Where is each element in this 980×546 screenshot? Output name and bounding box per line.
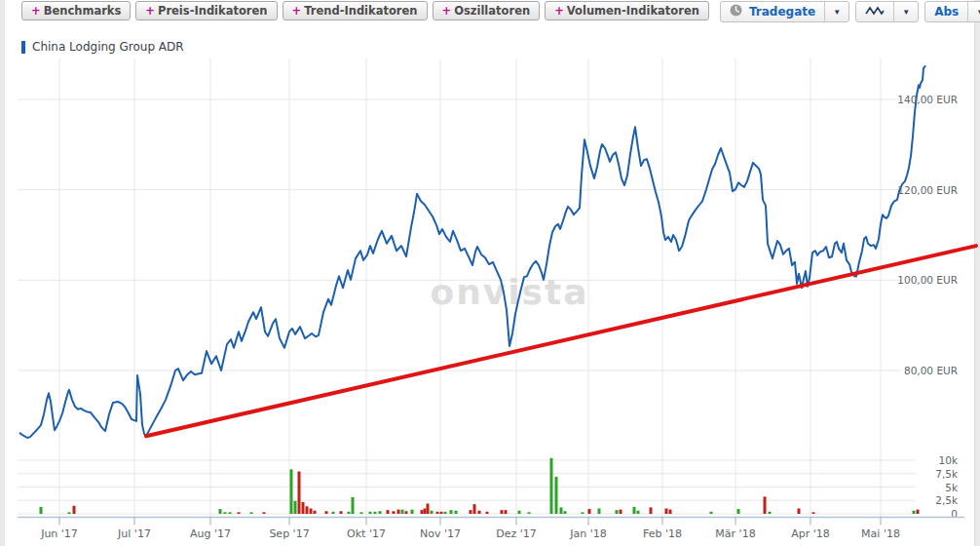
exchange-select: Tradegate ▼ <box>720 1 849 22</box>
exchange-dropdown-arrow[interactable]: ▼ <box>824 2 848 21</box>
svg-text:5k: 5k <box>945 482 959 493</box>
add-trend-indicators-button[interactable]: +Trend-Indikatoren <box>283 1 428 20</box>
chevron-down-icon: ▼ <box>976 8 980 17</box>
volume-bars <box>40 458 920 514</box>
svg-text:120,00 EUR: 120,00 EUR <box>897 184 958 196</box>
price-line <box>19 65 925 438</box>
svg-text:100,00 EUR: 100,00 EUR <box>897 274 958 286</box>
svg-text:Dez '17: Dez '17 <box>496 527 537 540</box>
chevron-down-icon: ▼ <box>902 8 910 17</box>
plus-icon: + <box>31 4 41 18</box>
chart-type-button[interactable] <box>856 2 893 21</box>
button-label: Benchmarks <box>44 4 122 18</box>
x-axis: Jun '17Jul '17Aug '17Sep '17Okt '17Nov '… <box>18 518 964 541</box>
price-axis-labels: 140,00 EUR120,00 EUR100,00 EUR80,00 EUR <box>897 94 958 376</box>
button-label: Oszillatoren <box>454 4 530 18</box>
svg-text:Nov '17: Nov '17 <box>420 527 461 540</box>
chart-toolbar: +Benchmarks +Preis-Indikatoren +Trend-In… <box>21 1 980 22</box>
price-gridlines <box>18 99 901 370</box>
svg-text:Mär '18: Mär '18 <box>715 527 755 540</box>
volume-gridlines <box>18 460 916 514</box>
svg-text:7,5k: 7,5k <box>935 468 959 480</box>
svg-text:onvista: onvista <box>430 272 588 312</box>
add-benchmarks-button[interactable]: +Benchmarks <box>21 1 131 20</box>
chevron-down-icon: ▼ <box>833 8 841 17</box>
chart-type-select: ▼ <box>855 1 919 22</box>
svg-text:Jan '18: Jan '18 <box>569 527 606 540</box>
add-volume-indicators-button[interactable]: +Volumen-Indikatoren <box>545 1 709 20</box>
scale-label: Abs <box>934 5 959 19</box>
svg-text:Feb '18: Feb '18 <box>643 527 682 540</box>
svg-text:80,00 EUR: 80,00 EUR <box>904 365 958 376</box>
line-chart-icon <box>865 5 885 20</box>
svg-text:Jun '17: Jun '17 <box>40 527 78 540</box>
plus-icon: + <box>145 4 155 18</box>
series-color-marker <box>21 41 25 54</box>
add-oscillators-button[interactable]: +Oszillatoren <box>433 1 541 20</box>
watermark: onvista <box>430 272 588 312</box>
svg-text:Aug '17: Aug '17 <box>190 527 231 540</box>
exchange-select-button[interactable]: Tradegate <box>721 2 824 21</box>
chart-type-dropdown-arrow[interactable]: ▼ <box>893 2 918 21</box>
svg-text:10k: 10k <box>939 454 959 466</box>
svg-text:140,00 EUR: 140,00 EUR <box>897 94 958 105</box>
plus-icon: + <box>442 4 452 18</box>
svg-text:Jul '17: Jul '17 <box>117 527 151 540</box>
scale-dropdown-arrow[interactable]: ▼ <box>967 2 980 21</box>
svg-text:Sep '17: Sep '17 <box>269 527 309 540</box>
button-label: Volumen-Indikatoren <box>567 4 699 18</box>
svg-text:Apr '18: Apr '18 <box>791 527 830 540</box>
exchange-label: Tradegate <box>749 5 815 19</box>
scale-button[interactable]: Abs <box>925 2 967 21</box>
plus-icon: + <box>292 4 302 18</box>
svg-text:Mai '18: Mai '18 <box>861 527 900 540</box>
svg-text:Okt '17: Okt '17 <box>347 527 386 540</box>
volume-axis-labels: 10k7,5k5k2,5k0 <box>935 454 959 520</box>
button-label: Preis-Indikatoren <box>158 4 268 18</box>
clock-icon <box>730 4 742 20</box>
series-name: China Lodging Group ADR <box>32 40 184 54</box>
plus-icon: + <box>554 4 564 18</box>
price-volume-chart: onvista140,00 EUR120,00 EUR100,00 EUR80,… <box>0 0 980 546</box>
series-legend: China Lodging Group ADR <box>21 40 184 54</box>
svg-text:2,5k: 2,5k <box>935 494 959 506</box>
button-label: Trend-Indikatoren <box>304 4 417 18</box>
scale-select: Abs ▼ <box>924 1 980 22</box>
add-price-indicators-button[interactable]: +Preis-Indikatoren <box>135 1 277 20</box>
